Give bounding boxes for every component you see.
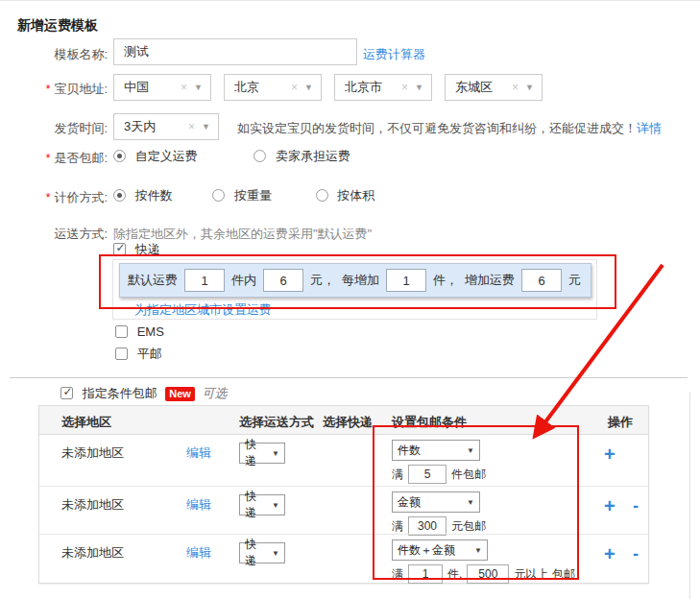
optional-note: 可选 [203, 386, 228, 400]
within-pieces-input[interactable] [184, 269, 225, 292]
clear-icon[interactable]: × [512, 81, 519, 94]
condition-type-select[interactable]: 件数＋金额▼ [392, 539, 488, 561]
amount-threshold-input[interactable] [408, 516, 447, 536]
pieces-threshold-input[interactable] [408, 564, 443, 584]
chevron-down-icon: ▼ [272, 549, 279, 558]
express-checkbox[interactable]: ✓ [113, 243, 126, 255]
ordinary-mail-checkbox-label[interactable]: 平邮 [137, 347, 162, 361]
chevron-down-icon: ▼ [194, 83, 203, 92]
base-fee-input[interactable] [263, 269, 303, 292]
check-icon: ✓ [61, 386, 74, 398]
clear-icon[interactable]: × [181, 81, 187, 94]
by-piece-radio[interactable] [113, 189, 126, 202]
required-mark: * [46, 152, 51, 165]
table-row: 未添加地区 编辑 快递▼ 件数▼ 满 件包邮 + [39, 435, 648, 486]
custom-fee-option-label[interactable]: 自定义运费 [135, 149, 198, 163]
chevron-down-icon: ▼ [202, 122, 210, 132]
method-select[interactable]: 快递▼ [239, 443, 285, 464]
area-cell: 未添加地区 [61, 444, 124, 462]
remove-row-button[interactable]: - [633, 544, 639, 563]
chevron-down-icon: ▼ [272, 501, 279, 510]
chevron-down-icon: ▼ [467, 446, 474, 455]
default-fee-row: 默认运费 件内 元， 每增加 件， 增加运费 元 [119, 263, 591, 298]
item-address-label: *宝贝地址: [0, 81, 108, 98]
ordinary-mail-checkbox[interactable] [115, 347, 128, 360]
shipping-method-label: 运送方式: [0, 226, 108, 243]
required-mark: * [46, 191, 51, 204]
header-select-area: 选择地区 [61, 414, 111, 431]
chevron-down-icon: ▼ [525, 83, 534, 92]
table-header-row: 选择地区 选择运送方式 选择快递 设置包邮条件 操作 [39, 406, 648, 435]
header-select-express: 选择快递 [323, 414, 373, 431]
page-title: 新增运费模板 [17, 17, 98, 35]
address-district-select[interactable]: 东城区 × ▼ [445, 74, 543, 101]
add-row-button[interactable]: + [604, 444, 616, 464]
method-select[interactable]: 快递▼ [239, 494, 285, 515]
required-mark: * [46, 83, 51, 96]
chevron-down-icon: ▼ [272, 449, 279, 458]
ems-checkbox-label[interactable]: EMS [137, 324, 164, 339]
delivery-time-label: 发货时间: [0, 120, 108, 137]
new-badge: New [165, 387, 195, 401]
clear-icon[interactable]: × [401, 81, 408, 94]
template-name-label: 模板名称: [0, 46, 108, 63]
delivery-time-select[interactable]: 3天内 × ▼ [113, 113, 219, 140]
by-weight-radio[interactable] [212, 189, 225, 202]
area-cell: 未添加地区 [61, 544, 124, 562]
chevron-down-icon: ▼ [474, 546, 482, 555]
table-row: 未添加地区 编辑 快递▼ 金额▼ 满 元包邮 + - [39, 486, 648, 534]
city-fee-link[interactable]: 为指定地区城市设置运费 [134, 301, 272, 319]
edit-link[interactable]: 编辑 [186, 444, 211, 462]
table-row: 未添加地区 编辑 快递▼ 件数＋金额▼ 满 件, 元以上 包邮 + - [39, 534, 648, 585]
check-icon: ✓ [114, 242, 127, 254]
default-fee-label: 默认运费 [128, 272, 178, 289]
section-divider [10, 377, 688, 378]
condition-type-select[interactable]: 件数▼ [392, 440, 480, 461]
page-edge-line [689, 392, 690, 599]
conditional-free-checkbox[interactable]: ✓ [60, 387, 73, 399]
by-volume-radio[interactable] [316, 189, 328, 202]
condition-table: 选择地区 选择运送方式 选择快递 设置包邮条件 操作 未添加地区 编辑 快递▼ … [38, 405, 649, 584]
address-city-select[interactable]: 北京市 × ▼ [334, 74, 432, 101]
seller-pays-radio[interactable] [253, 150, 266, 162]
header-free-condition: 设置包邮条件 [392, 414, 467, 431]
seller-pays-option-label[interactable]: 卖家承担运费 [276, 149, 350, 163]
clear-icon[interactable]: × [291, 81, 298, 94]
add-row-button[interactable]: + [604, 544, 616, 563]
shipping-template-page: 新增运费模板 模板名称: 运费计算器 *宝贝地址: 中国 × ▼ 北京 × ▼ … [0, 0, 700, 599]
remove-row-button[interactable]: - [633, 496, 639, 515]
chevron-down-icon: ▼ [304, 83, 313, 92]
by-piece-option-label[interactable]: 按件数 [135, 188, 173, 203]
method-select[interactable]: 快递▼ [239, 542, 285, 563]
chevron-down-icon: ▼ [415, 83, 423, 92]
fee-calculator-link[interactable]: 运费计算器 [363, 46, 425, 63]
free-shipping-label: *是否包邮: [0, 150, 108, 167]
ems-checkbox[interactable] [115, 325, 128, 338]
header-select-method: 选择运送方式 [239, 414, 314, 431]
add-row-button[interactable]: + [604, 496, 616, 515]
edit-link[interactable]: 编辑 [186, 544, 211, 562]
area-cell: 未添加地区 [61, 496, 124, 514]
by-weight-option-label[interactable]: 按重量 [234, 188, 272, 203]
address-province-select[interactable]: 北京 × ▼ [224, 74, 322, 101]
template-name-input[interactable] [113, 38, 357, 65]
delivery-time-hint: 如实设定宝贝的发货时间，不仅可避免发货咨询和纠纷，还能促进成交！详情 [237, 120, 662, 137]
custom-fee-radio[interactable] [113, 150, 126, 162]
pricing-method-label: *计价方式: [0, 189, 108, 206]
header-operations: 操作 [608, 414, 633, 431]
address-country-select[interactable]: 中国 × ▼ [113, 74, 211, 101]
edit-link[interactable]: 编辑 [186, 496, 211, 514]
clear-icon[interactable]: × [188, 120, 195, 133]
top-divider [0, 0, 700, 1]
express-checkbox-label[interactable]: 快递 [135, 242, 160, 256]
added-fee-input[interactable] [521, 269, 562, 292]
amount-threshold-input[interactable] [467, 564, 509, 584]
detail-link[interactable]: 详情 [637, 121, 662, 135]
conditional-free-label[interactable]: 指定条件包邮 [83, 386, 157, 400]
increment-pieces-input[interactable] [386, 269, 426, 292]
by-volume-option-label[interactable]: 按体积 [337, 188, 374, 203]
condition-type-select[interactable]: 金额▼ [392, 491, 480, 513]
pieces-threshold-input[interactable] [408, 465, 447, 484]
chevron-down-icon: ▼ [467, 498, 474, 507]
